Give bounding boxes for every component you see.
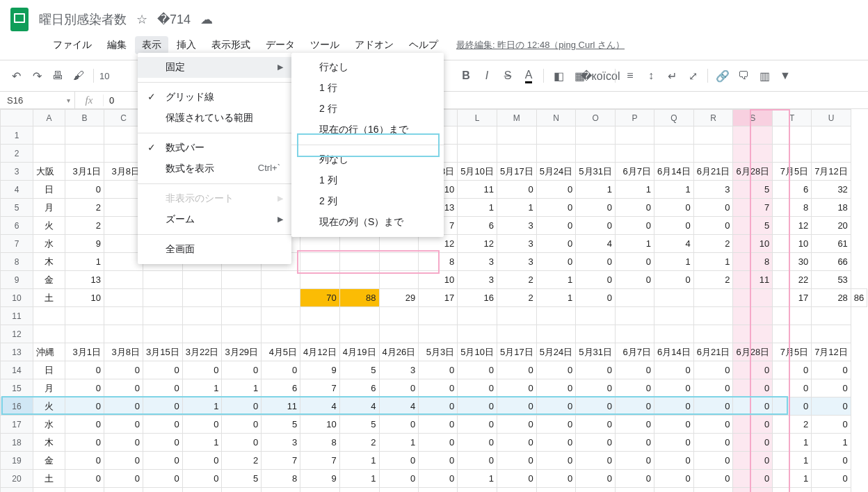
cell[interactable]: 0: [497, 452, 536, 470]
cell[interactable]: 6月21日: [693, 163, 733, 181]
cell[interactable]: 0: [654, 361, 694, 379]
cell[interactable]: 0: [65, 416, 104, 434]
cell[interactable]: [733, 289, 773, 307]
cell[interactable]: 3月15日: [143, 343, 183, 361]
cell[interactable]: 6: [262, 379, 300, 397]
row-header-15[interactable]: 15: [1, 379, 33, 397]
cell[interactable]: 8: [733, 253, 773, 271]
cell[interactable]: [104, 289, 143, 307]
cell[interactable]: [693, 325, 733, 343]
cell[interactable]: 0: [65, 434, 104, 452]
cell[interactable]: 1: [458, 199, 497, 217]
menu-formula-bar[interactable]: ✓数式バー: [138, 138, 291, 158]
cell[interactable]: 5: [339, 361, 379, 379]
row-header-9[interactable]: 9: [1, 271, 33, 289]
cell[interactable]: 1: [812, 434, 851, 452]
cell[interactable]: 8: [300, 434, 340, 452]
cell[interactable]: 6: [773, 181, 812, 199]
cell[interactable]: 4月12日: [300, 343, 340, 361]
strike-button[interactable]: S: [499, 67, 517, 85]
cell[interactable]: 30: [773, 253, 812, 271]
cell[interactable]: [576, 325, 616, 343]
cell[interactable]: 0: [536, 452, 576, 470]
cell[interactable]: [182, 271, 222, 289]
cell[interactable]: 6月14日: [654, 163, 694, 181]
cell[interactable]: 0: [222, 361, 262, 379]
cell[interactable]: [458, 488, 497, 493]
cell[interactable]: [773, 307, 812, 325]
cell[interactable]: 12: [419, 235, 458, 253]
cell[interactable]: 6: [458, 217, 497, 235]
cell[interactable]: [300, 253, 340, 271]
cell[interactable]: 1: [379, 434, 419, 452]
cell[interactable]: 4: [339, 397, 379, 416]
cell[interactable]: 0: [812, 379, 851, 397]
freeze-current-col[interactable]: 現在の列（S）まで: [291, 212, 444, 233]
cell[interactable]: 86: [851, 289, 867, 307]
cell[interactable]: 0: [182, 361, 222, 379]
cell[interactable]: [576, 126, 616, 145]
cell[interactable]: [65, 145, 104, 163]
cell[interactable]: 0: [104, 361, 143, 379]
cell[interactable]: 0: [812, 361, 851, 379]
cell[interactable]: 6月21日: [693, 343, 733, 361]
cell[interactable]: [773, 145, 812, 163]
cell[interactable]: 5月10日: [458, 343, 497, 361]
cell[interactable]: [65, 126, 104, 145]
cell[interactable]: 2: [65, 217, 104, 235]
cell[interactable]: 0: [576, 289, 616, 307]
cell[interactable]: [33, 126, 65, 145]
cell[interactable]: [182, 325, 222, 343]
cell[interactable]: [33, 325, 65, 343]
cell[interactable]: 0: [733, 397, 773, 416]
cell[interactable]: 0: [536, 181, 576, 199]
cell[interactable]: 9: [300, 361, 340, 379]
cell[interactable]: 0: [693, 199, 733, 217]
cell[interactable]: 0: [733, 452, 773, 470]
cell[interactable]: 金: [33, 452, 65, 470]
cell[interactable]: [143, 271, 183, 289]
cell[interactable]: [143, 289, 183, 307]
menu-fullscreen[interactable]: 全画面: [138, 239, 291, 260]
cell[interactable]: 0: [104, 379, 143, 397]
cell[interactable]: 1: [773, 452, 812, 470]
cell[interactable]: 0: [654, 416, 694, 434]
cell[interactable]: 16: [458, 289, 497, 307]
cell[interactable]: [65, 325, 104, 343]
cell[interactable]: 日: [33, 361, 65, 379]
cell[interactable]: 0: [693, 379, 733, 397]
halign-button[interactable]: ≡: [621, 67, 639, 85]
cell[interactable]: 0: [458, 416, 497, 434]
row-header-19[interactable]: 19: [1, 452, 33, 470]
formula-input[interactable]: 0: [104, 95, 114, 106]
cell[interactable]: 0: [616, 217, 654, 235]
cell[interactable]: [497, 307, 536, 325]
cell[interactable]: [458, 145, 497, 163]
cell[interactable]: 32: [812, 181, 851, 199]
cell[interactable]: 水: [33, 235, 65, 253]
cell[interactable]: 0: [104, 397, 143, 416]
cell[interactable]: 18: [812, 199, 851, 217]
cell[interactable]: [379, 235, 419, 253]
cell[interactable]: 0: [654, 271, 694, 289]
cell[interactable]: [812, 126, 851, 145]
cell[interactable]: 0: [616, 397, 654, 416]
cell[interactable]: [654, 126, 694, 145]
cell[interactable]: 1: [222, 379, 262, 397]
cell[interactable]: [222, 289, 262, 307]
cell[interactable]: 0: [576, 217, 616, 235]
cell[interactable]: 0: [536, 253, 576, 271]
link-icon[interactable]: 🔗: [714, 67, 732, 85]
cell[interactable]: 0: [654, 217, 694, 235]
cell[interactable]: 0: [458, 397, 497, 416]
cell[interactable]: [576, 307, 616, 325]
cell[interactable]: 3: [458, 253, 497, 271]
cell[interactable]: 0: [693, 452, 733, 470]
col-header-L[interactable]: L: [458, 110, 497, 126]
cell[interactable]: 0: [693, 397, 733, 416]
cell[interactable]: 10: [733, 235, 773, 253]
cell[interactable]: [182, 289, 222, 307]
cell[interactable]: 3: [458, 271, 497, 289]
cell[interactable]: 1: [773, 470, 812, 488]
cell[interactable]: [616, 325, 654, 343]
